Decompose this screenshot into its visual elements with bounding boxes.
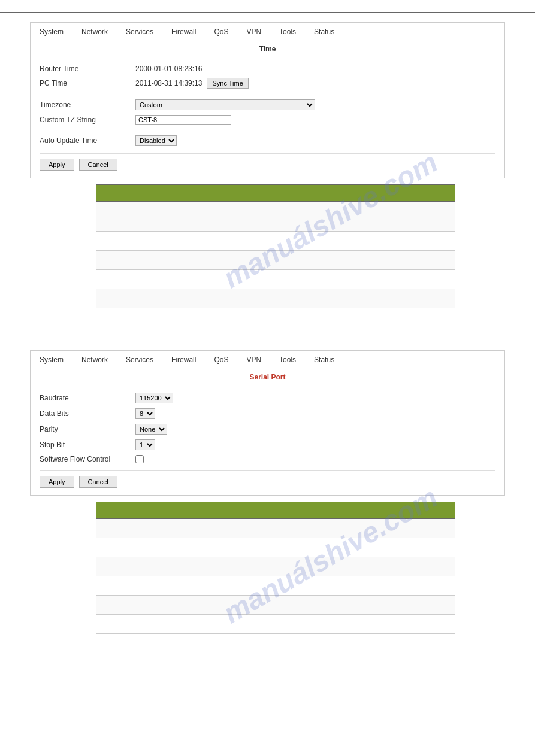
software-flow-checkbox[interactable] <box>135 455 144 463</box>
time-panel: System Network Services Firewall QoS VPN… <box>30 22 505 178</box>
serial-nav-system[interactable]: System <box>37 354 67 366</box>
table1-cell <box>335 251 455 270</box>
nav-qos[interactable]: QoS <box>211 26 231 38</box>
table2-cell <box>335 557 455 576</box>
timezone-label: Timezone <box>40 101 135 109</box>
table-row <box>96 615 455 634</box>
table2-cell <box>216 538 335 557</box>
baudrate-select[interactable]: 115200 <box>135 393 173 403</box>
custom-tz-row: Custom TZ String <box>40 115 495 125</box>
table1-cell <box>96 202 216 232</box>
time-button-row: Apply Cancel <box>40 153 495 171</box>
data-bits-label: Data Bits <box>40 409 135 418</box>
table2-cell <box>96 615 216 634</box>
table1-cell <box>216 270 335 289</box>
table2-cell <box>96 596 216 615</box>
time-cancel-button[interactable]: Cancel <box>79 159 117 171</box>
auto-update-label: Auto Update Time <box>40 136 135 145</box>
parity-label: Parity <box>40 425 135 433</box>
timezone-select[interactable]: Custom <box>135 99 315 110</box>
nav-status[interactable]: Status <box>311 26 337 38</box>
table2-cell <box>216 596 335 615</box>
table2-header-col1 <box>96 502 216 519</box>
serial-nav-status[interactable]: Status <box>311 354 337 366</box>
serial-nav-firewall[interactable]: Firewall <box>168 354 199 366</box>
serial-nav-qos[interactable]: QoS <box>211 354 231 366</box>
table1-header-col3 <box>335 185 455 202</box>
table2-cell <box>96 538 216 557</box>
software-flow-label: Software Flow Control <box>40 455 135 463</box>
table-row <box>96 557 455 576</box>
table1-cell <box>335 308 455 338</box>
nav-network[interactable]: Network <box>78 26 111 38</box>
table-row <box>96 538 455 557</box>
router-time-label: Router Time <box>40 65 135 73</box>
table1-cell <box>216 251 335 270</box>
table2-cell <box>335 576 455 596</box>
auto-update-select[interactable]: Disabled <box>135 135 177 146</box>
table2-cell <box>335 519 455 538</box>
pc-time-row: PC Time 2011-08-31 14:39:13 Sync Time <box>40 78 495 89</box>
stop-bit-row: Stop Bit 1 <box>40 439 495 450</box>
table1-cell <box>96 251 216 270</box>
serial-nav-services[interactable]: Services <box>123 354 156 366</box>
router-time-value: 2000-01-01 08:23:16 <box>135 65 202 73</box>
serial-nav-vpn[interactable]: VPN <box>243 354 264 366</box>
baudrate-label: Baudrate <box>40 394 135 402</box>
serial-apply-button[interactable]: Apply <box>40 476 74 488</box>
nav-services[interactable]: Services <box>123 26 156 38</box>
table1-cell <box>216 308 335 338</box>
data-bits-select[interactable]: 8 <box>135 408 155 419</box>
nav-tools[interactable]: Tools <box>276 26 299 38</box>
baudrate-row: Baudrate 115200 <box>40 393 495 403</box>
table-row <box>96 202 455 232</box>
table1-wrapper <box>96 184 505 338</box>
table2 <box>96 502 455 634</box>
stop-bit-label: Stop Bit <box>40 441 135 449</box>
serial-nav-bar: System Network Services Firewall QoS VPN… <box>31 351 504 369</box>
table2-cell <box>216 576 335 596</box>
nav-system[interactable]: System <box>37 26 67 38</box>
time-nav-bar: System Network Services Firewall QoS VPN… <box>31 23 504 41</box>
table2-cell <box>335 596 455 615</box>
stop-bit-select[interactable]: 1 <box>135 439 155 450</box>
serial-panel-title: Serial Port <box>31 369 504 385</box>
custom-tz-label: Custom TZ String <box>40 116 135 124</box>
table1-cell <box>96 232 216 251</box>
nav-firewall[interactable]: Firewall <box>168 26 199 38</box>
time-panel-title: Time <box>31 41 504 57</box>
table2-header-col3 <box>335 502 455 519</box>
data-bits-row: Data Bits 8 <box>40 408 495 419</box>
parity-select[interactable]: None <box>135 424 167 435</box>
table2-cell <box>216 519 335 538</box>
table2-cell <box>335 538 455 557</box>
time-panel-body: Router Time 2000-01-01 08:23:16 PC Time … <box>31 57 504 178</box>
pc-time-label: PC Time <box>40 79 135 87</box>
software-flow-row: Software Flow Control <box>40 455 495 463</box>
table2-cell <box>96 519 216 538</box>
serial-cancel-button[interactable]: Cancel <box>79 476 117 488</box>
serial-button-row: Apply Cancel <box>40 470 495 488</box>
table1 <box>96 184 455 338</box>
table1-cell <box>335 289 455 308</box>
table1-cell <box>216 232 335 251</box>
table2-cell <box>96 576 216 596</box>
time-apply-button[interactable]: Apply <box>40 159 74 171</box>
table1-cell <box>216 202 335 232</box>
serial-nav-network[interactable]: Network <box>78 354 111 366</box>
nav-vpn[interactable]: VPN <box>243 26 264 38</box>
custom-tz-input[interactable] <box>135 115 231 125</box>
serial-panel: System Network Services Firewall QoS VPN… <box>30 350 505 496</box>
table-row <box>96 270 455 289</box>
sync-time-button[interactable]: Sync Time <box>207 78 248 89</box>
table-row <box>96 308 455 338</box>
table1-cell <box>96 308 216 338</box>
serial-nav-tools[interactable]: Tools <box>276 354 299 366</box>
table2-cell <box>216 615 335 634</box>
table-row <box>96 576 455 596</box>
table2-cell <box>335 615 455 634</box>
table-row <box>96 519 455 538</box>
table-row <box>96 251 455 270</box>
auto-update-row: Auto Update Time Disabled <box>40 135 495 146</box>
table1-header-col2 <box>216 185 335 202</box>
